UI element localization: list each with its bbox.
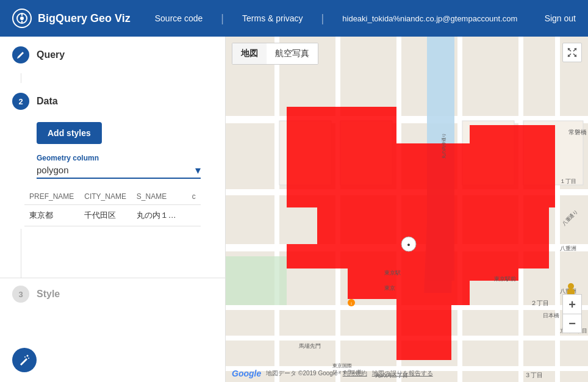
- map-attribution: Google 地図データ ©2019 Google 利用規約 地図の誤りを報告す…: [232, 369, 433, 378]
- zoom-in-button[interactable]: +: [562, 294, 582, 314]
- svg-point-6: [24, 356, 26, 358]
- user-email: hideaki_tokida%niandc.co.jp@gtempaccount…: [342, 14, 517, 23]
- geometry-column-select-wrapper: polygon geometry geom shape ▾: [37, 165, 201, 179]
- map-type-tabs: 地図 航空写真: [232, 43, 318, 65]
- map-copyright: 地図データ ©2019 Google: [266, 369, 337, 378]
- logo-area: BigQuery Geo Viz: [12, 9, 131, 28]
- data-step-circle: 2: [12, 93, 29, 110]
- zoom-out-button[interactable]: −: [562, 314, 582, 333]
- svg-text:常磐橋: 常磐橋: [568, 129, 587, 135]
- svg-rect-22: [555, 37, 560, 382]
- data-table: PREF_NAME CITY_NAME S_NAME c 東京都 千代田区 丸の…: [24, 189, 201, 226]
- map-terms[interactable]: 利用規約: [343, 369, 367, 378]
- svg-text:丸の内仲通り: 丸の内仲通り: [442, 133, 446, 159]
- svg-text:東京駅前: 東京駅前: [494, 276, 516, 282]
- geometry-column-select[interactable]: polygon geometry geom shape: [37, 165, 201, 175]
- col-c: c: [187, 189, 201, 205]
- query-section-header: Query: [12, 46, 213, 63]
- svg-rect-25: [226, 256, 287, 305]
- svg-text:１丁目: １丁目: [560, 178, 576, 184]
- svg-text:八重洲: 八重洲: [560, 245, 576, 251]
- app-logo-icon: [12, 9, 32, 28]
- svg-text:東京: 東京: [384, 285, 395, 291]
- sidebar: Query 2 Data Add styles Geometry column …: [0, 37, 226, 382]
- app-title: BigQuery Geo Viz: [38, 12, 131, 25]
- terms-privacy-link[interactable]: Terms & privacy: [242, 13, 303, 23]
- data-section: 2 Data Add styles Geometry column polygo…: [0, 83, 225, 229]
- query-section: Query: [0, 37, 225, 73]
- style-step-circle: 3: [12, 286, 29, 303]
- svg-text:東京駅: 東京駅: [384, 270, 401, 276]
- main-content: Query 2 Data Add styles Geometry column …: [0, 37, 588, 382]
- cell-s-name: 丸の内１丁目 (: [132, 205, 187, 226]
- add-styles-button[interactable]: Add styles: [37, 122, 102, 144]
- zoom-controls: + −: [562, 294, 582, 333]
- style-section-header: 3 Style: [12, 286, 213, 303]
- wand-area: [0, 338, 225, 382]
- svg-text:２丁目: ２丁目: [531, 300, 549, 306]
- nav-divider: |: [221, 12, 224, 25]
- query-step-icon: [12, 46, 29, 63]
- svg-text:●: ●: [407, 242, 410, 248]
- query-section-title: Query: [37, 49, 65, 60]
- connector-2: [21, 229, 21, 278]
- map-area[interactable]: ● i 常磐橋 １丁目 八重洲 八重洲 日本橋 京橋二丁目 東京駅前 ２丁目 丸…: [226, 37, 588, 382]
- cell-city-name: 千代田区: [79, 205, 132, 226]
- table-row: 東京都 千代田区 丸の内１丁目 (: [24, 205, 201, 226]
- cell-c: [187, 205, 201, 226]
- nav-divider2: |: [321, 12, 324, 25]
- svg-rect-17: [274, 37, 279, 382]
- data-section-title: Data: [37, 96, 58, 107]
- map-report-error[interactable]: 地図の誤りを報告する: [372, 369, 433, 378]
- svg-text:３丁目: ３丁目: [525, 372, 543, 378]
- wand-button[interactable]: [12, 348, 37, 372]
- svg-text:日本橋: 日本橋: [543, 312, 559, 319]
- cell-pref-name: 東京都: [24, 205, 79, 226]
- svg-text:東京国際: 東京国際: [332, 363, 352, 369]
- svg-point-5: [28, 358, 29, 359]
- geometry-column-label: Geometry column: [37, 154, 213, 162]
- map-tab-standard[interactable]: 地図: [232, 43, 267, 64]
- source-code-link[interactable]: Source code: [155, 13, 203, 23]
- col-pref-name: PREF_NAME: [24, 189, 79, 205]
- col-s-name: S_NAME: [132, 189, 187, 205]
- nav-links: Source code | Terms & privacy | hideaki_…: [155, 12, 545, 25]
- google-logo: Google: [232, 369, 261, 378]
- map-background: ● i 常磐橋 １丁目 八重洲 八重洲 日本橋 京橋二丁目 東京駅前 ２丁目 丸…: [226, 37, 588, 382]
- map-tab-satellite[interactable]: 航空写真: [267, 43, 318, 64]
- connector-1: [21, 73, 21, 83]
- style-section-title: Style: [37, 289, 60, 300]
- style-section: 3 Style: [0, 278, 225, 317]
- sign-out-button[interactable]: Sign out: [545, 13, 576, 23]
- app-header: BigQuery Geo Viz Source code | Terms & p…: [0, 0, 588, 37]
- svg-point-1: [20, 16, 24, 20]
- svg-point-4: [27, 355, 29, 357]
- table-header-row: PREF_NAME CITY_NAME S_NAME c: [24, 189, 201, 205]
- fullscreen-button[interactable]: [562, 43, 582, 62]
- col-city-name: CITY_NAME: [79, 189, 132, 205]
- svg-point-52: [568, 283, 574, 289]
- svg-text:馬場先門: 馬場先門: [298, 343, 321, 349]
- data-section-header: 2 Data: [12, 93, 213, 110]
